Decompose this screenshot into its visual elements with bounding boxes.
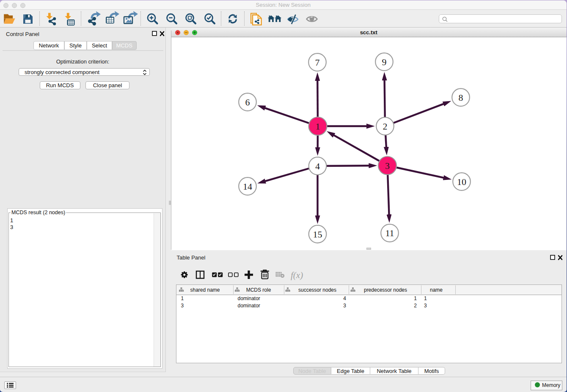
svg-text:10: 10	[457, 177, 466, 187]
svg-text:11: 11	[385, 228, 394, 238]
svg-text:15: 15	[313, 229, 322, 240]
svg-text:14: 14	[243, 181, 252, 192]
svg-text:4: 4	[315, 161, 320, 171]
svg-text:2: 2	[383, 121, 388, 132]
svg-text:7: 7	[315, 57, 320, 68]
svg-text:f(x): f(x)	[291, 270, 303, 280]
svg-text:8: 8	[459, 92, 463, 103]
svg-text:1: 1	[316, 121, 320, 132]
svg-text:6: 6	[245, 97, 250, 108]
svg-text:9: 9	[382, 57, 387, 67]
svg-text:3: 3	[385, 160, 390, 171]
